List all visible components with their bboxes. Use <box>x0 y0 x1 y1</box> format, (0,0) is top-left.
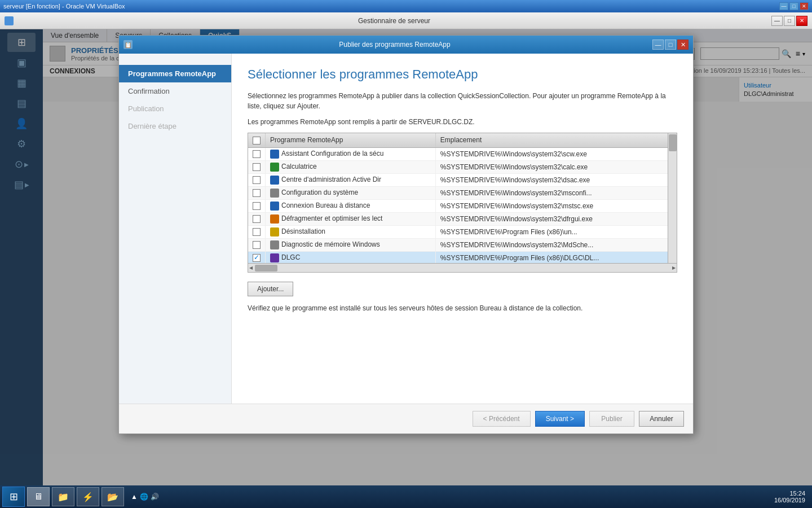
app-icon <box>5 16 14 25</box>
program-name: DLGC <box>281 253 300 261</box>
row-checkbox[interactable] <box>253 150 261 158</box>
previous-button[interactable]: < Précédent <box>473 411 531 427</box>
next-button[interactable]: Suivant > <box>535 411 585 427</box>
modal-maximize-btn[interactable]: □ <box>665 40 676 50</box>
modal-titlebar-controls: — □ ✕ <box>652 40 689 50</box>
modal-nav-remoteapp[interactable]: Programmes RemoteApp <box>119 65 231 82</box>
table-row[interactable]: Défragmenter et optimiser les lect%SYSTE… <box>248 212 668 225</box>
modal-minimize-btn[interactable]: — <box>652 40 664 50</box>
modal-nav-confirmation[interactable]: Confirmation <box>119 82 231 100</box>
program-path-cell: %SYSTEMDRIVE%\Windows\system32\scw.exe <box>435 147 668 160</box>
row-checkbox[interactable] <box>253 215 261 223</box>
table-row[interactable]: Désinstallation%SYSTEMDRIVE%\Program Fil… <box>248 225 668 238</box>
app-titlebar-controls: — □ ✕ <box>771 16 807 26</box>
row-checkbox-cell[interactable] <box>248 160 266 173</box>
col-location[interactable]: Emplacement <box>435 133 668 147</box>
table-hscroll[interactable]: ◀ ▶ <box>248 263 677 272</box>
row-checkbox-cell[interactable] <box>248 186 266 199</box>
app-titlebar: Gestionnaire de serveur — □ ✕ <box>0 12 812 29</box>
table-row[interactable]: Assistant Configuration de la sécu%SYSTE… <box>248 147 668 160</box>
modal-overlay: 📋 Publier des programmes RemoteApp — □ ✕… <box>0 29 812 485</box>
program-name-cell: Diagnostic de mémoire Windows <box>266 238 436 251</box>
clock-date: 16/09/2019 <box>774 497 805 503</box>
table-row[interactable]: Centre d'administration Active Dir%SYSTE… <box>248 173 668 186</box>
taskbar-item-0[interactable]: 🖥 <box>27 487 50 506</box>
row-checkbox-cell[interactable] <box>248 212 266 225</box>
taskbar-item-3[interactable]: 📂 <box>102 487 124 506</box>
program-name: Assistant Configuration de la sécu <box>281 150 383 157</box>
modal-nav-laststep: Dernière étape <box>119 117 231 135</box>
program-icon <box>270 227 279 237</box>
modal-dialog: 📋 Publier des programmes RemoteApp — □ ✕… <box>118 35 694 434</box>
program-name: Diagnostic de mémoire Windows <box>281 240 380 248</box>
row-checkbox-cell[interactable] <box>248 251 266 263</box>
table-wrapper: Programme RemoteApp Emplacement Assistan… <box>248 133 677 263</box>
app-maximize-btn[interactable]: □ <box>784 16 795 26</box>
app-minimize-btn[interactable]: — <box>771 16 783 26</box>
program-name: Défragmenter et optimiser les lect <box>281 214 382 222</box>
row-checkbox[interactable] <box>253 176 261 184</box>
programs-list: Assistant Configuration de la sécu%SYSTE… <box>248 147 668 263</box>
taskbar-item-1[interactable]: 📁 <box>52 487 74 506</box>
row-checkbox-cell[interactable] <box>248 147 266 160</box>
program-icon <box>270 150 279 159</box>
hscroll-right-arrow[interactable]: ▶ <box>672 265 676 270</box>
cancel-button[interactable]: Annuler <box>639 411 684 427</box>
program-name: Calculatrice <box>281 163 317 170</box>
table-row[interactable]: Calculatrice%SYSTEMDRIVE%\Windows\system… <box>248 160 668 173</box>
modal-close-btn[interactable]: ✕ <box>677 40 689 50</box>
row-checkbox[interactable] <box>253 228 261 236</box>
program-name-cell: Assistant Configuration de la sécu <box>266 147 436 160</box>
table-scroll[interactable]: Programme RemoteApp Emplacement Assistan… <box>248 133 668 263</box>
ajouter-button[interactable]: Ajouter... <box>248 282 293 296</box>
row-checkbox[interactable] <box>253 189 261 197</box>
program-name-cell: Désinstallation <box>266 225 436 238</box>
row-checkbox[interactable] <box>253 163 261 171</box>
start-button[interactable]: ⊞ <box>2 487 25 507</box>
systray: ▲ 🌐 🔊 <box>126 493 164 501</box>
os-minimize-btn[interactable]: — <box>779 2 788 10</box>
hscroll-thumb[interactable] <box>255 265 277 271</box>
program-name-cell: DLGC <box>266 251 436 263</box>
col-program-name[interactable]: Programme RemoteApp <box>266 133 436 147</box>
row-checkbox-cell[interactable] <box>248 199 266 212</box>
modal-content-area: Sélectionner les programmes RemoteApp Sé… <box>232 54 693 404</box>
select-all-checkbox[interactable] <box>253 137 261 144</box>
app-close-btn[interactable]: ✕ <box>796 16 807 26</box>
modal-heading: Sélectionner les programmes RemoteApp <box>248 67 677 82</box>
scrollbar-thumb[interactable] <box>669 134 677 151</box>
row-checkbox-cell[interactable] <box>248 225 266 238</box>
os-maximize-btn[interactable]: □ <box>789 2 798 10</box>
volume-icon[interactable]: 🔊 <box>151 493 159 501</box>
taskbar-clock[interactable]: 15:24 16/09/2019 <box>774 490 810 503</box>
program-path-cell: %SYSTEMDRIVE%\Windows\system32\msconfi..… <box>435 186 668 199</box>
publish-button[interactable]: Publier <box>589 411 634 427</box>
taskbar-item-2[interactable]: ⚡ <box>77 487 99 506</box>
table-row[interactable]: DLGC%SYSTEMDRIVE%\Program Files (x86)\DL… <box>248 251 668 263</box>
table-row[interactable]: Diagnostic de mémoire Windows%SYSTEMDRIV… <box>248 238 668 251</box>
program-path-cell: %SYSTEMDRIVE%\Windows\system32\dfrgui.ex… <box>435 212 668 225</box>
program-icon <box>270 240 279 249</box>
hscroll-left-arrow[interactable]: ◀ <box>249 265 253 270</box>
program-name-cell: Calculatrice <box>266 160 436 173</box>
os-close-btn[interactable]: ✕ <box>800 2 809 10</box>
program-name-cell: Connexion Bureau à distance <box>266 199 436 212</box>
os-titlebar: serveur [En fonction] - Oracle VM Virtua… <box>0 0 812 12</box>
program-icon <box>270 214 279 224</box>
col-checkbox[interactable] <box>248 133 266 147</box>
row-checkbox[interactable] <box>253 241 261 249</box>
table-scrollbar[interactable] <box>668 133 677 263</box>
program-name: Désinstallation <box>281 227 325 235</box>
row-checkbox-cell[interactable] <box>248 238 266 251</box>
table-row[interactable]: Connexion Bureau à distance%SYSTEMDRIVE%… <box>248 199 668 212</box>
table-row[interactable]: Configuration du système%SYSTEMDRIVE%\Wi… <box>248 186 668 199</box>
modal-nav: Programmes RemoteApp Confirmation Public… <box>119 54 232 404</box>
row-checkbox[interactable] <box>253 202 261 210</box>
program-name-cell: Centre d'administration Active Dir <box>266 173 436 186</box>
row-checkbox[interactable] <box>253 254 261 262</box>
row-checkbox-cell[interactable] <box>248 173 266 186</box>
program-name: Connexion Bureau à distance <box>281 202 370 209</box>
systray-arrow[interactable]: ▲ <box>131 493 138 501</box>
program-name: Configuration du système <box>281 189 358 196</box>
network-icon[interactable]: 🌐 <box>140 493 148 501</box>
